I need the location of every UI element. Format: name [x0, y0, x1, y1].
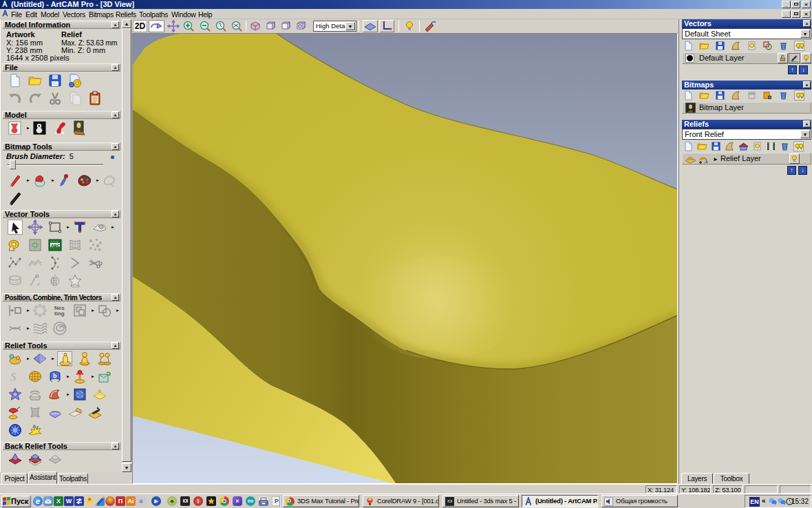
svg-text:ting: ting	[54, 310, 65, 317]
svg-text:ABC: ABC	[51, 244, 61, 248]
svg-text:S: S	[10, 370, 17, 383]
svg-text:b: b	[53, 372, 57, 379]
